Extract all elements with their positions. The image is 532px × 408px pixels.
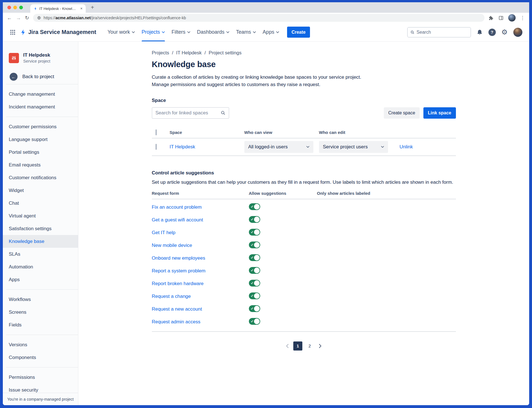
refresh-icon[interactable]: ↻: [25, 15, 29, 21]
nav-item-projects[interactable]: Projects: [138, 23, 168, 41]
back-icon[interactable]: ←: [7, 15, 12, 21]
new-tab-button[interactable]: +: [89, 4, 96, 11]
global-search-input[interactable]: [417, 30, 468, 35]
request-form-link[interactable]: Get IT help: [152, 230, 176, 235]
request-form-link[interactable]: New mobile device: [152, 243, 192, 248]
allow-suggestions-toggle[interactable]: ✓: [249, 305, 260, 312]
sidebar-item-portal-settings[interactable]: Portal settings: [3, 146, 78, 159]
who-can-view-select[interactable]: All logged-in users: [244, 141, 313, 153]
sidebar-item-slas[interactable]: SLAs: [3, 248, 78, 260]
sidebar-item-customer-permissions[interactable]: Customer permissions: [3, 120, 78, 133]
sidebar-item-incident-management[interactable]: Incident management: [3, 101, 78, 113]
request-form-link[interactable]: Report broken hardware: [152, 281, 204, 286]
unlink-link[interactable]: Unlink: [400, 144, 413, 149]
page-description: Curate a collection of articles by creat…: [152, 74, 456, 89]
linked-spaces-search-input[interactable]: [156, 110, 218, 116]
sidebar-item-issue-security[interactable]: Issue security: [3, 384, 78, 393]
address-bar[interactable]: https://acme.atlassian.net/jira/serviced…: [33, 14, 484, 22]
allow-suggestions-toggle[interactable]: ✓: [249, 203, 260, 210]
close-window-button[interactable]: [7, 6, 11, 9]
suggestion-row-report-broken-hardware: Report broken hardware✓: [152, 277, 456, 290]
back-arrow-icon: ←: [10, 73, 18, 81]
sidebar-item-chat[interactable]: Chat: [3, 197, 78, 210]
sidebar-item-permissions[interactable]: Permissions: [3, 371, 78, 384]
breadcrumb-project-settings[interactable]: Project settings: [209, 50, 242, 56]
allow-suggestions-toggle[interactable]: ✓: [249, 216, 260, 223]
browser-tab-bar: IT Helpdesk - Knowledge base × +: [3, 2, 529, 13]
col-request-form: Request form: [152, 191, 249, 196]
sidebar-item-widget[interactable]: Widget: [3, 184, 78, 197]
allow-suggestions-toggle[interactable]: ✓: [249, 318, 260, 325]
sidebar-item-apps[interactable]: Apps: [3, 273, 78, 286]
help-icon[interactable]: ?: [488, 29, 496, 36]
user-avatar[interactable]: [513, 28, 522, 37]
row-checkbox[interactable]: [156, 144, 157, 150]
sidebar-item-language-support[interactable]: Language support: [3, 133, 78, 146]
col-only-show-labeled: Only show articles labeled: [317, 191, 456, 196]
sidebar-divider: [6, 335, 78, 335]
minimize-window-button[interactable]: [13, 6, 17, 9]
sidebar-item-automation[interactable]: Automation: [3, 260, 78, 273]
select-all-checkbox[interactable]: [156, 129, 157, 135]
next-page-icon[interactable]: [317, 344, 323, 348]
nav-item-filters[interactable]: Filters: [168, 23, 194, 41]
create-button[interactable]: Create: [287, 27, 310, 38]
browser-menu-icon[interactable]: ⋮: [520, 15, 525, 21]
request-form-link[interactable]: Request a change: [152, 294, 191, 299]
request-form-link[interactable]: Get a guest wifi account: [152, 217, 203, 223]
back-to-project[interactable]: ← Back to project: [3, 73, 78, 81]
settings-gear-icon[interactable]: ⚙: [501, 29, 508, 36]
nav-item-dashboards[interactable]: Dashboards: [194, 23, 233, 41]
sidebar-item-components[interactable]: Components: [3, 351, 78, 364]
sidebar-item-change-management[interactable]: Change management: [3, 88, 78, 101]
allow-suggestions-toggle[interactable]: ✓: [249, 254, 260, 261]
check-icon: ✓: [251, 205, 254, 209]
who-can-edit-select[interactable]: Service project users: [319, 141, 388, 153]
create-space-button[interactable]: Create space: [384, 107, 420, 119]
allow-suggestions-toggle[interactable]: ✓: [249, 242, 260, 248]
app-logo[interactable]: Jira Service Management: [20, 29, 96, 36]
sidebar-item-versions[interactable]: Versions: [3, 338, 78, 351]
forward-icon[interactable]: →: [16, 15, 21, 21]
request-form-link[interactable]: Request a new account: [152, 306, 202, 312]
sidebar-item-email-requests[interactable]: Email requests: [3, 159, 78, 171]
browser-tab[interactable]: IT Helpdesk - Knowledge base ×: [30, 4, 86, 13]
global-search[interactable]: [407, 27, 471, 37]
sidebar-item-fields[interactable]: Fields: [3, 319, 78, 331]
request-form-link[interactable]: Fix an account problem: [152, 204, 202, 210]
sidebar-item-satisfaction-settings[interactable]: Satisfaction settings: [3, 222, 78, 235]
browser-profile-avatar[interactable]: [508, 14, 516, 22]
sidebar-item-screens[interactable]: Screens: [3, 306, 78, 319]
close-tab-icon[interactable]: ×: [79, 6, 83, 11]
allow-suggestions-toggle[interactable]: ✓: [249, 229, 260, 236]
sidebar-item-workflows[interactable]: Workflows: [3, 293, 78, 306]
notifications-bell-icon[interactable]: [477, 29, 483, 35]
side-panel-icon[interactable]: [498, 15, 504, 21]
breadcrumb-it-helpdesk[interactable]: IT Helpdesk: [176, 50, 202, 56]
extensions-puzzle-icon[interactable]: [488, 15, 494, 21]
zoom-window-button[interactable]: [19, 6, 23, 9]
app-switcher-icon[interactable]: [10, 29, 16, 35]
nav-item-teams[interactable]: Teams: [233, 23, 259, 41]
check-icon: ✓: [251, 294, 254, 298]
sidebar-item-knowledge-base[interactable]: Knowledge base: [3, 235, 78, 248]
page-2[interactable]: 2: [305, 341, 314, 351]
prev-page-icon[interactable]: [284, 344, 290, 348]
allow-suggestions-toggle[interactable]: ✓: [249, 292, 260, 299]
allow-suggestions-toggle[interactable]: ✓: [249, 280, 260, 287]
sidebar-item-customer-notifications[interactable]: Customer notifications: [3, 171, 78, 184]
nav-item-your-work[interactable]: Your work: [104, 23, 138, 41]
request-form-link[interactable]: Report a system problem: [152, 268, 206, 274]
space-link[interactable]: IT Helpdesk: [170, 144, 195, 149]
request-form-link[interactable]: Onboard new employees: [152, 255, 205, 261]
request-form-link[interactable]: Request admin access: [152, 319, 201, 324]
link-space-button[interactable]: Link space: [423, 107, 456, 119]
allow-suggestions-toggle[interactable]: ✓: [249, 267, 260, 274]
sidebar-item-virtual-agent[interactable]: Virtual agent: [3, 210, 78, 222]
linked-spaces-search[interactable]: [152, 107, 229, 119]
nav-item-apps[interactable]: Apps: [259, 23, 283, 41]
suggestion-row-request-a-change: Request a change✓: [152, 290, 456, 303]
breadcrumb-projects[interactable]: Projects: [152, 50, 169, 56]
desktop-frame: IT Helpdesk - Knowledge base × + ← → ↻ h…: [0, 0, 532, 408]
page-1[interactable]: 1: [293, 341, 302, 351]
